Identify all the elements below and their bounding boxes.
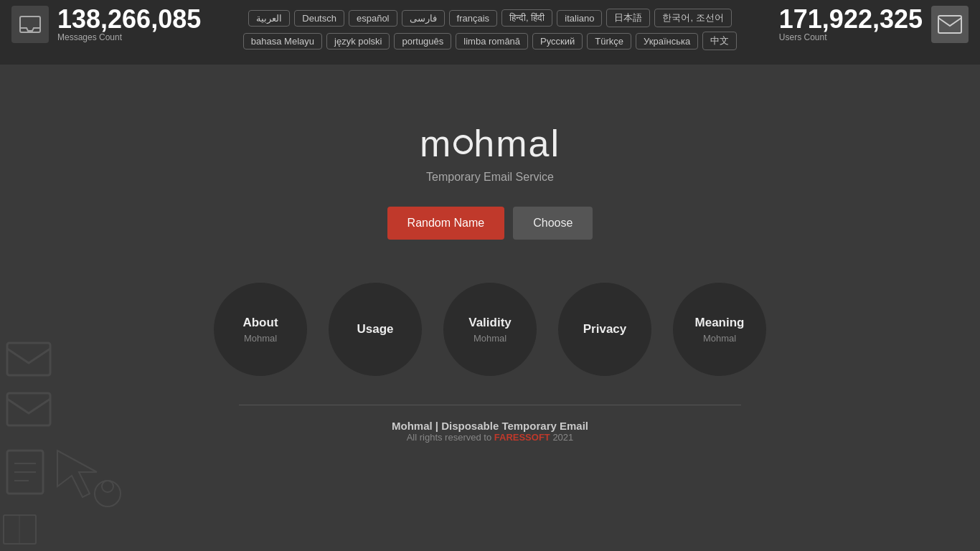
language-button[interactable]: bahasa Melayu xyxy=(243,33,322,50)
header-left: 138,266,085 Messages Count xyxy=(11,6,201,43)
footer-nav-button[interactable]: MeaningMohmal xyxy=(673,283,766,376)
language-button[interactable]: Deutsch xyxy=(294,10,344,27)
svg-rect-0 xyxy=(20,17,40,32)
language-button[interactable]: فارسی xyxy=(402,10,445,27)
language-button[interactable]: Українська xyxy=(636,33,698,50)
site-subtitle: Temporary Email Service xyxy=(426,171,554,184)
footer-text: Mohmal | Disposable Temporary Email All … xyxy=(392,420,588,457)
site-title: mhmal xyxy=(420,122,560,165)
users-count-block: 171,922,325 Users Count xyxy=(779,6,923,42)
users-count: 171,922,325 xyxy=(779,6,923,32)
footer-nav-button[interactable]: AboutMohmal xyxy=(214,283,307,376)
footer-nav-title: Usage xyxy=(357,322,393,336)
footer-nav-sub: Mohmal xyxy=(703,333,736,344)
footer-nav-title: Privacy xyxy=(583,322,627,336)
users-label: Users Count xyxy=(779,32,923,42)
footer-copy-text: All rights reserved to xyxy=(407,432,494,443)
footer-nav-button[interactable]: ValidityMohmal xyxy=(443,283,537,376)
messages-count: 138,266,085 xyxy=(57,6,201,32)
mail-icon[interactable] xyxy=(931,6,969,43)
divider xyxy=(239,405,741,405)
language-button[interactable]: Русский xyxy=(532,33,583,50)
language-button[interactable]: 中文 xyxy=(702,32,737,50)
footer-nav-title: Meaning xyxy=(695,316,745,330)
messages-count-block: 138,266,085 Messages Count xyxy=(57,6,201,42)
language-button[interactable]: español xyxy=(349,10,397,27)
language-button[interactable]: हिन्दी, हिंदी xyxy=(501,9,552,27)
footer-nav-button[interactable]: Privacy xyxy=(558,283,651,376)
footer-nav-title: Validity xyxy=(468,316,512,330)
language-button[interactable]: Türkçe xyxy=(587,33,631,50)
svg-rect-10 xyxy=(4,515,36,544)
footer-nav-sub: Mohmal xyxy=(473,333,507,344)
language-button[interactable]: limba română xyxy=(456,33,528,50)
messages-label: Messages Count xyxy=(57,32,201,42)
language-button[interactable]: français xyxy=(449,10,498,27)
footer-year: 2021 xyxy=(550,432,574,443)
language-button[interactable]: português xyxy=(394,33,451,50)
random-name-button[interactable]: Random Name xyxy=(387,207,505,240)
language-button[interactable]: italiano xyxy=(557,10,602,27)
action-buttons: Random Name Choose xyxy=(387,207,593,240)
svg-rect-1 xyxy=(938,16,961,33)
language-selector: العربيةDeutschespañolفارسیfrançaisहिन्दी… xyxy=(201,6,779,53)
language-button[interactable]: 日本語 xyxy=(606,9,650,27)
choose-button[interactable]: Choose xyxy=(513,207,593,240)
header-right: 171,922,325 Users Count xyxy=(779,6,969,43)
language-button[interactable]: العربية xyxy=(248,10,290,27)
inbox-icon xyxy=(11,6,49,43)
main-section: mhmal Temporary Email Service Random Nam… xyxy=(0,65,980,500)
footer-site-name: Mohmal | Disposable Temporary Email xyxy=(392,420,588,432)
footer-copy: All rights reserved to FARESSOFT 2021 xyxy=(392,432,588,443)
footer-nav: AboutMohmalUsageValidityMohmalPrivacyMea… xyxy=(214,283,766,405)
footer-brand: FARESSOFT xyxy=(494,432,550,443)
language-button[interactable]: 한국어, 조선어 xyxy=(654,9,731,27)
footer-nav-sub: Mohmal xyxy=(244,333,277,344)
header: 138,266,085 Messages Count العربيةDeutsc… xyxy=(0,0,980,65)
language-button[interactable]: język polski xyxy=(326,33,390,50)
footer-nav-title: About xyxy=(242,316,278,330)
footer-nav-button[interactable]: Usage xyxy=(329,283,422,376)
